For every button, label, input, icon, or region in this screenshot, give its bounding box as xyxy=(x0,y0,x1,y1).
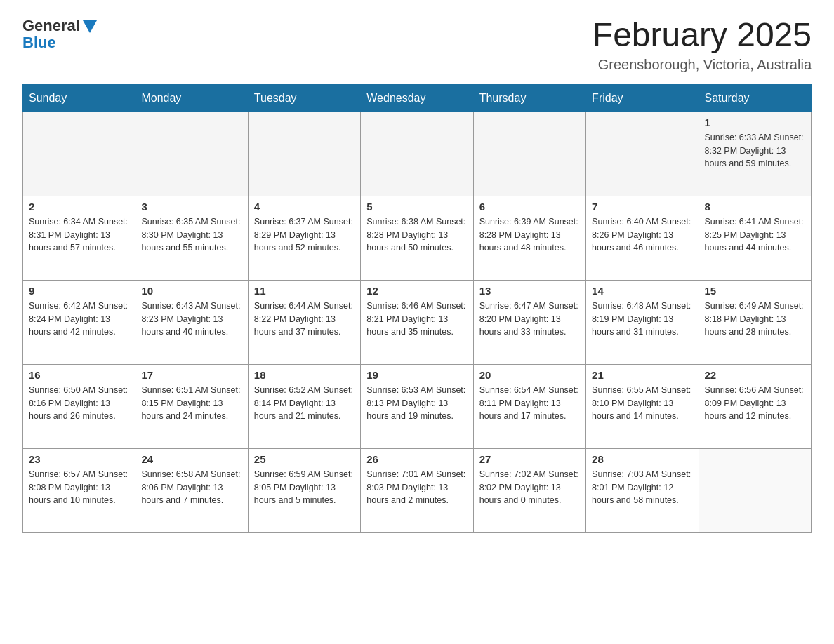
calendar-week-row: 16Sunrise: 6:50 AM Sunset: 8:16 PM Dayli… xyxy=(23,364,812,448)
day-info: Sunrise: 6:40 AM Sunset: 8:26 PM Dayligh… xyxy=(592,215,692,255)
header-saturday: Saturday xyxy=(699,84,811,112)
day-info: Sunrise: 6:58 AM Sunset: 8:06 PM Dayligh… xyxy=(141,468,241,507)
logo-general-text: General xyxy=(22,17,80,35)
calendar-day-cell xyxy=(586,112,699,196)
calendar-day-cell: 1Sunrise: 6:33 AM Sunset: 8:32 PM Daylig… xyxy=(699,112,811,196)
day-info: Sunrise: 6:35 AM Sunset: 8:30 PM Dayligh… xyxy=(141,215,241,255)
calendar-day-cell xyxy=(23,112,135,196)
calendar-day-cell: 19Sunrise: 6:53 AM Sunset: 8:13 PM Dayli… xyxy=(361,364,473,448)
header-thursday: Thursday xyxy=(473,84,585,112)
calendar-day-cell: 11Sunrise: 6:44 AM Sunset: 8:22 PM Dayli… xyxy=(248,280,360,364)
calendar-day-cell: 20Sunrise: 6:54 AM Sunset: 8:11 PM Dayli… xyxy=(473,364,585,448)
month-title: February 2025 xyxy=(593,17,812,54)
calendar-day-cell: 9Sunrise: 6:42 AM Sunset: 8:24 PM Daylig… xyxy=(23,280,135,364)
calendar-day-cell xyxy=(473,112,585,196)
day-number: 5 xyxy=(366,201,467,213)
day-number: 24 xyxy=(141,453,241,465)
calendar-day-cell: 14Sunrise: 6:48 AM Sunset: 8:19 PM Dayli… xyxy=(586,280,699,364)
calendar-day-cell xyxy=(699,448,811,532)
logo: General Blue xyxy=(22,17,97,52)
day-number: 16 xyxy=(29,369,129,381)
calendar-week-row: 1Sunrise: 6:33 AM Sunset: 8:32 PM Daylig… xyxy=(23,112,812,196)
day-number: 9 xyxy=(29,285,129,297)
calendar-day-cell: 27Sunrise: 7:02 AM Sunset: 8:02 PM Dayli… xyxy=(473,448,585,532)
day-info: Sunrise: 6:47 AM Sunset: 8:20 PM Dayligh… xyxy=(479,300,580,339)
calendar-week-row: 9Sunrise: 6:42 AM Sunset: 8:24 PM Daylig… xyxy=(23,280,812,364)
day-number: 4 xyxy=(254,201,355,213)
calendar-day-cell: 26Sunrise: 7:01 AM Sunset: 8:03 PM Dayli… xyxy=(361,448,473,532)
day-number: 26 xyxy=(366,453,467,465)
day-number: 19 xyxy=(366,369,467,381)
calendar-day-cell: 22Sunrise: 6:56 AM Sunset: 8:09 PM Dayli… xyxy=(699,364,811,448)
calendar-day-cell: 2Sunrise: 6:34 AM Sunset: 8:31 PM Daylig… xyxy=(23,196,135,280)
calendar-day-cell: 24Sunrise: 6:58 AM Sunset: 8:06 PM Dayli… xyxy=(135,448,248,532)
calendar-day-cell: 8Sunrise: 6:41 AM Sunset: 8:25 PM Daylig… xyxy=(699,196,811,280)
day-info: Sunrise: 6:48 AM Sunset: 8:19 PM Dayligh… xyxy=(592,300,692,339)
day-number: 11 xyxy=(254,285,355,297)
day-number: 18 xyxy=(254,369,355,381)
header-sunday: Sunday xyxy=(23,84,135,112)
day-number: 6 xyxy=(479,201,580,213)
day-info: Sunrise: 6:50 AM Sunset: 8:16 PM Dayligh… xyxy=(29,384,129,423)
calendar-day-cell: 15Sunrise: 6:49 AM Sunset: 8:18 PM Dayli… xyxy=(699,280,811,364)
day-info: Sunrise: 7:02 AM Sunset: 8:02 PM Dayligh… xyxy=(479,468,580,507)
day-info: Sunrise: 6:41 AM Sunset: 8:25 PM Dayligh… xyxy=(705,215,805,255)
day-number: 10 xyxy=(141,285,241,297)
day-number: 7 xyxy=(592,201,692,213)
title-section: February 2025 Greensborough, Victoria, A… xyxy=(593,17,812,73)
day-info: Sunrise: 6:37 AM Sunset: 8:29 PM Dayligh… xyxy=(254,215,355,255)
calendar-day-cell: 4Sunrise: 6:37 AM Sunset: 8:29 PM Daylig… xyxy=(248,196,360,280)
calendar-day-cell: 23Sunrise: 6:57 AM Sunset: 8:08 PM Dayli… xyxy=(23,448,135,532)
day-info: Sunrise: 6:34 AM Sunset: 8:31 PM Dayligh… xyxy=(29,215,129,255)
day-info: Sunrise: 6:52 AM Sunset: 8:14 PM Dayligh… xyxy=(254,384,355,423)
day-number: 13 xyxy=(479,285,580,297)
day-info: Sunrise: 6:55 AM Sunset: 8:10 PM Dayligh… xyxy=(592,384,692,423)
header-tuesday: Tuesday xyxy=(248,84,360,112)
calendar-week-row: 23Sunrise: 6:57 AM Sunset: 8:08 PM Dayli… xyxy=(23,448,812,532)
day-number: 1 xyxy=(705,116,805,128)
calendar-day-cell: 6Sunrise: 6:39 AM Sunset: 8:28 PM Daylig… xyxy=(473,196,585,280)
day-number: 3 xyxy=(141,201,241,213)
calendar-day-cell: 13Sunrise: 6:47 AM Sunset: 8:20 PM Dayli… xyxy=(473,280,585,364)
day-info: Sunrise: 6:53 AM Sunset: 8:13 PM Dayligh… xyxy=(366,384,467,423)
day-info: Sunrise: 7:03 AM Sunset: 8:01 PM Dayligh… xyxy=(592,468,692,507)
day-number: 14 xyxy=(592,285,692,297)
calendar-day-cell: 10Sunrise: 6:43 AM Sunset: 8:23 PM Dayli… xyxy=(135,280,248,364)
day-info: Sunrise: 6:46 AM Sunset: 8:21 PM Dayligh… xyxy=(366,300,467,339)
day-number: 28 xyxy=(592,453,692,465)
calendar-week-row: 2Sunrise: 6:34 AM Sunset: 8:31 PM Daylig… xyxy=(23,196,812,280)
calendar-day-cell: 12Sunrise: 6:46 AM Sunset: 8:21 PM Dayli… xyxy=(361,280,473,364)
day-info: Sunrise: 6:43 AM Sunset: 8:23 PM Dayligh… xyxy=(141,300,241,339)
day-number: 15 xyxy=(705,285,805,297)
day-number: 20 xyxy=(479,369,580,381)
day-number: 23 xyxy=(29,453,129,465)
calendar-day-cell xyxy=(248,112,360,196)
calendar-day-cell: 21Sunrise: 6:55 AM Sunset: 8:10 PM Dayli… xyxy=(586,364,699,448)
day-info: Sunrise: 6:54 AM Sunset: 8:11 PM Dayligh… xyxy=(479,384,580,423)
day-info: Sunrise: 6:42 AM Sunset: 8:24 PM Dayligh… xyxy=(29,300,129,339)
calendar-day-cell: 7Sunrise: 6:40 AM Sunset: 8:26 PM Daylig… xyxy=(586,196,699,280)
day-info: Sunrise: 6:51 AM Sunset: 8:15 PM Dayligh… xyxy=(141,384,241,423)
calendar-day-cell: 5Sunrise: 6:38 AM Sunset: 8:28 PM Daylig… xyxy=(361,196,473,280)
calendar-day-cell: 17Sunrise: 6:51 AM Sunset: 8:15 PM Dayli… xyxy=(135,364,248,448)
day-info: Sunrise: 7:01 AM Sunset: 8:03 PM Dayligh… xyxy=(366,468,467,507)
location: Greensborough, Victoria, Australia xyxy=(593,57,812,73)
calendar-day-cell: 3Sunrise: 6:35 AM Sunset: 8:30 PM Daylig… xyxy=(135,196,248,280)
day-number: 27 xyxy=(479,453,580,465)
day-number: 8 xyxy=(705,201,805,213)
day-info: Sunrise: 6:39 AM Sunset: 8:28 PM Dayligh… xyxy=(479,215,580,255)
calendar-day-cell: 28Sunrise: 7:03 AM Sunset: 8:01 PM Dayli… xyxy=(586,448,699,532)
day-number: 12 xyxy=(366,285,467,297)
page-header: General Blue February 2025 Greensborough… xyxy=(22,17,812,73)
calendar-table: SundayMondayTuesdayWednesdayThursdayFrid… xyxy=(22,84,812,533)
day-number: 25 xyxy=(254,453,355,465)
calendar-day-cell xyxy=(361,112,473,196)
day-info: Sunrise: 6:33 AM Sunset: 8:32 PM Dayligh… xyxy=(705,131,805,170)
day-number: 2 xyxy=(29,201,129,213)
logo-triangle-icon xyxy=(83,20,97,33)
day-info: Sunrise: 6:38 AM Sunset: 8:28 PM Dayligh… xyxy=(366,215,467,255)
day-number: 22 xyxy=(705,369,805,381)
logo-blue-text: Blue xyxy=(22,34,56,52)
day-info: Sunrise: 6:56 AM Sunset: 8:09 PM Dayligh… xyxy=(705,384,805,423)
day-info: Sunrise: 6:44 AM Sunset: 8:22 PM Dayligh… xyxy=(254,300,355,339)
